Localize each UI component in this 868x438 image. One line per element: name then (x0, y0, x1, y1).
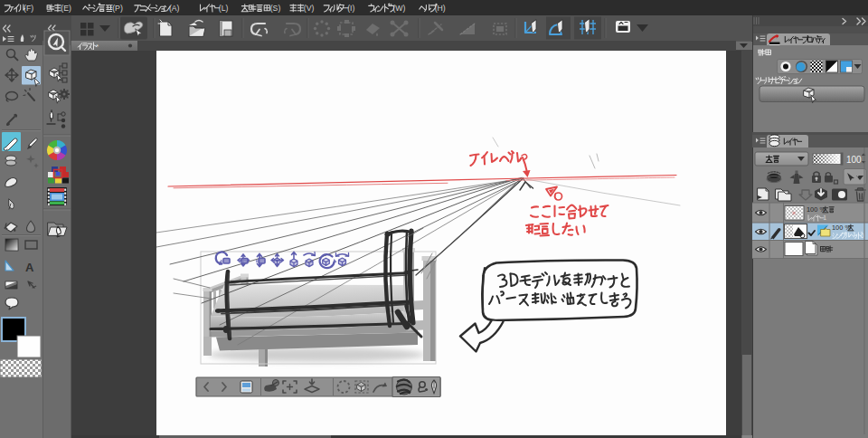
svg-text:A: A (25, 261, 34, 274)
svg-text:(S): (S) (270, 4, 281, 13)
svg-text:0: 0 (861, 233, 864, 239)
svg-text:(W): (W) (392, 4, 405, 13)
svg-text:100: 100 (846, 155, 862, 165)
svg-text:(A): (A) (169, 4, 180, 13)
svg-text:(V): (V) (304, 4, 315, 13)
svg-text:(E): (E) (61, 4, 71, 13)
svg-text:(P): (P) (112, 4, 123, 13)
